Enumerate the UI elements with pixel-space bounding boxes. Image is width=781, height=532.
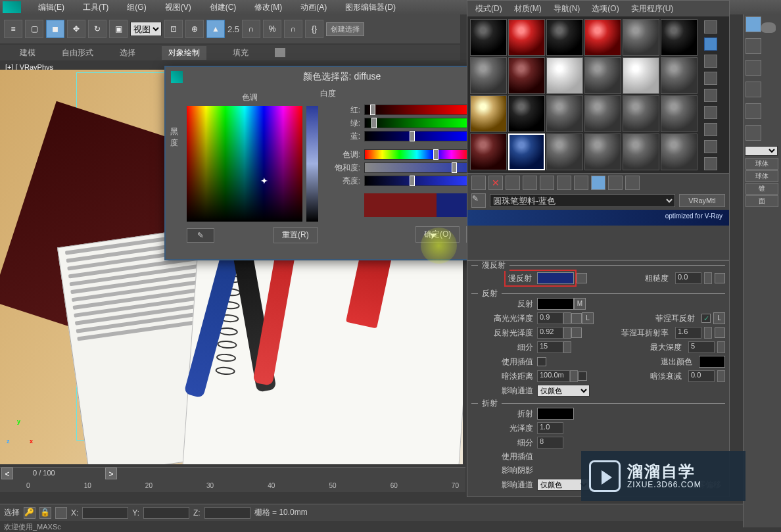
diffuse-color-swatch[interactable] [537, 272, 574, 284]
cone-button[interactable]: 锥 [746, 183, 778, 195]
create-tab-icon[interactable] [746, 16, 761, 32]
lock-icon[interactable]: 🔒 [39, 507, 51, 519]
mat-slot[interactable] [623, 57, 659, 94]
put-to-library-icon[interactable] [540, 176, 554, 190]
move-icon[interactable]: ✥ [67, 20, 85, 38]
me-menu-modes[interactable]: 模式(D) [475, 3, 502, 14]
me-menu-navigation[interactable]: 导航(N) [554, 3, 580, 14]
backlight-icon[interactable] [704, 37, 717, 51]
mat-slot[interactable] [661, 95, 698, 132]
tab-freeform[interactable]: 自由形式 [62, 47, 93, 59]
use-interp-checkbox[interactable] [537, 357, 546, 366]
reflect-color-swatch[interactable] [537, 298, 574, 310]
percent-snap-icon[interactable]: % [263, 20, 281, 38]
create-selection-set[interactable]: 创建选择 [326, 22, 364, 36]
mat-slot[interactable] [584, 95, 621, 132]
make-preview-icon[interactable] [704, 106, 717, 119]
reset-button[interactable]: 重置(R) [273, 227, 318, 243]
material-name-dropdown[interactable]: 圆珠笔塑料-蓝色 [490, 194, 675, 207]
me-menu-material[interactable]: 材质(M) [514, 3, 542, 14]
delete-material-icon[interactable]: ✕ [488, 176, 503, 190]
curve-editor-icon[interactable]: ≡ [4, 20, 22, 38]
hilight-glossy-spinner[interactable] [563, 312, 571, 324]
mat-slot[interactable] [470, 57, 507, 94]
diffuse-map-button[interactable] [577, 273, 587, 283]
sample-type-icon[interactable] [704, 20, 717, 34]
sphere-button[interactable]: 球体 [746, 158, 778, 170]
refl-glossy-spinner[interactable] [563, 327, 571, 339]
dimdist-input[interactable]: 100.0m [537, 370, 570, 382]
select-by-mat-icon[interactable] [704, 140, 717, 153]
refl-glossy-input[interactable]: 0.92 [537, 327, 563, 339]
mat-slot[interactable] [508, 19, 545, 56]
y-input[interactable] [143, 507, 189, 519]
roughness-input[interactable]: 0.0 [675, 272, 701, 284]
fresnel-l-button[interactable]: L [713, 312, 725, 324]
blue-slider[interactable] [364, 131, 469, 141]
time-slider[interactable]: < 0 / 100 > 010 2030 4050 6070 [0, 467, 465, 492]
dimdist-checkbox[interactable] [578, 372, 587, 381]
roughness-spinner[interactable] [704, 272, 712, 284]
pivot-icon[interactable]: ⊡ [164, 20, 183, 38]
assign-to-selection-icon[interactable] [506, 176, 520, 190]
mat-slot[interactable] [508, 57, 545, 94]
color-field[interactable]: ✦ [187, 106, 302, 222]
refract-color-swatch[interactable] [537, 408, 574, 420]
go-to-parent-icon[interactable] [608, 176, 623, 190]
dialog-title-bar[interactable]: 颜色选择器: diffuse ✕ [166, 67, 518, 87]
hierarchy-tab-icon[interactable] [746, 60, 761, 76]
old-color-swatch[interactable] [364, 193, 437, 217]
x-input[interactable] [82, 507, 128, 519]
show-end-result-icon[interactable] [591, 176, 605, 190]
mat-slot[interactable] [623, 133, 659, 170]
green-slider[interactable] [364, 118, 469, 128]
tab-modeling[interactable]: 建模 [20, 47, 36, 59]
z-input[interactable] [204, 507, 250, 519]
fresnel-ior-map[interactable] [715, 327, 725, 338]
mat-slot[interactable] [661, 19, 698, 56]
mat-slot[interactable] [584, 19, 621, 56]
reference-coord-dropdown[interactable]: 视图 [130, 22, 162, 36]
sample-uv-icon[interactable] [704, 72, 717, 85]
mat-slot[interactable] [470, 19, 507, 56]
roughness-map-button[interactable] [715, 273, 725, 283]
mat-slot[interactable] [546, 95, 583, 132]
mat-slot[interactable] [623, 19, 659, 56]
plane-button[interactable]: 面 [746, 195, 778, 207]
menu-tools[interactable]: 工具(T) [74, 2, 118, 13]
reset-map-icon[interactable] [523, 176, 537, 190]
time-prev-icon[interactable]: < [1, 468, 13, 479]
mat-slot[interactable] [508, 95, 545, 132]
mat-slot[interactable] [546, 19, 583, 56]
mat-slot[interactable] [623, 95, 659, 132]
affect-channels-dropdown[interactable]: 仅颜色 [537, 385, 590, 397]
geosphere-button[interactable]: 球体 [746, 170, 778, 182]
angle-snap-icon[interactable]: ∩ [242, 20, 260, 38]
spinner-snap-icon[interactable]: ∩ [284, 20, 302, 38]
background-icon[interactable] [704, 55, 717, 68]
me-menu-options[interactable]: 选项(O) [592, 3, 619, 14]
options-icon[interactable] [704, 123, 717, 136]
menu-graph-editors[interactable]: 图形编辑器(D) [336, 2, 405, 13]
dimfall-spinner[interactable] [717, 370, 725, 382]
me-menu-utilities[interactable]: 实用程序(U) [631, 3, 674, 14]
mat-slot[interactable] [546, 133, 583, 170]
tab-selection[interactable]: 选择 [120, 47, 135, 59]
hue-slider[interactable] [364, 149, 469, 160]
tab-populate[interactable]: 填充 [233, 47, 248, 59]
menu-animation[interactable]: 动画(A) [291, 2, 336, 13]
modify-tab-icon[interactable] [746, 38, 761, 54]
refl-glossy-map[interactable] [571, 327, 582, 338]
select-manipulate-icon[interactable]: ⊕ [185, 20, 204, 38]
display-tab-icon[interactable] [746, 103, 761, 119]
material-map-nav-icon[interactable] [704, 157, 717, 170]
show-in-viewport-icon[interactable] [574, 176, 588, 190]
scale-icon[interactable]: ▣ [109, 20, 128, 38]
maxscript-listener[interactable]: 欢迎使用_MAXSc [4, 522, 61, 532]
dimfall-input[interactable]: 0.0 [688, 370, 715, 382]
get-material-icon[interactable] [471, 176, 486, 190]
selection-lock-icon[interactable] [55, 507, 67, 519]
edit-named-icon[interactable]: {} [305, 20, 323, 38]
mat-slot[interactable] [584, 57, 621, 94]
sat-slider[interactable] [364, 162, 469, 173]
